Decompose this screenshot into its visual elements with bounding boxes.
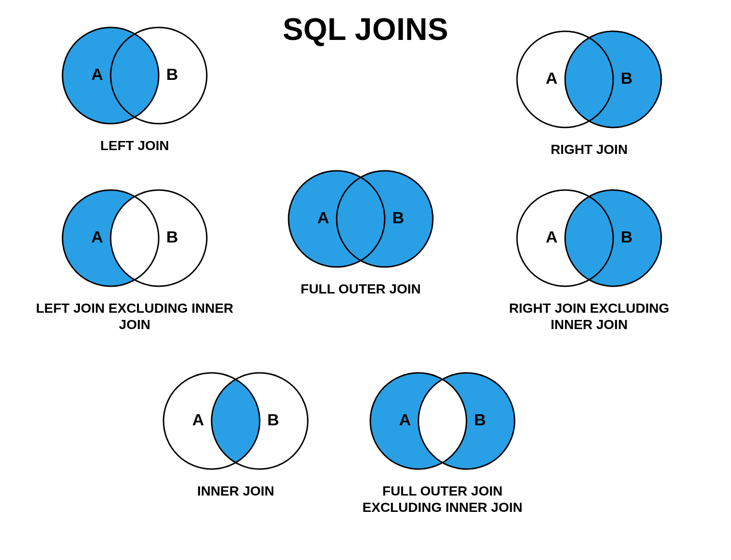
venn-label-b: B [621, 228, 633, 246]
venn-right-excl: A B RIGHT JOIN EXCLUDING INNER JOIN [483, 183, 695, 332]
sql-joins-diagram: SQL JOINS A B LEFT JOIN A [0, 0, 731, 560]
venn-right-join-svg: A B [498, 24, 681, 135]
venn-label-b: B [267, 410, 279, 429]
venn-right-excl-svg: A B [498, 183, 681, 293]
venn-inner-join-svg: A B [144, 366, 327, 476]
venn-label-a: A [192, 410, 204, 429]
caption-full-outer: FULL OUTER JOIN [301, 281, 421, 297]
caption-right-excl: RIGHT JOIN EXCLUDING INNER JOIN [488, 300, 690, 332]
venn-label-b: B [166, 65, 178, 83]
venn-left-join-svg: A B [43, 20, 226, 131]
venn-full-outer-excl: A B FULL OUTER JOIN EXCLUDING INNER JOIN [337, 366, 548, 515]
venn-label-a: A [91, 65, 103, 83]
venn-label-a: A [546, 228, 558, 246]
venn-full-outer-excl-svg: A B [351, 366, 534, 476]
venn-full-outer-svg: A B [269, 164, 452, 274]
venn-full-outer: A B FULL OUTER JOIN [255, 164, 466, 297]
venn-right-join: A B RIGHT JOIN [483, 24, 695, 158]
venn-label-a: A [399, 410, 411, 429]
caption-full-outer-excl: FULL OUTER JOIN EXCLUDING INNER JOIN [341, 483, 543, 515]
venn-left-excl: A B LEFT JOIN EXCLUDING INNER JOIN [29, 183, 240, 332]
caption-right-join: RIGHT JOIN [551, 141, 628, 158]
venn-label-b: B [474, 410, 486, 429]
caption-left-join: LEFT JOIN [100, 138, 169, 154]
caption-left-excl: LEFT JOIN EXCLUDING INNER JOIN [34, 300, 236, 332]
venn-label-a: A [317, 208, 329, 227]
venn-label-a: A [546, 69, 558, 87]
venn-label-b: B [621, 69, 633, 87]
venn-label-b: B [166, 228, 178, 246]
venn-inner-join: A B INNER JOIN [130, 366, 341, 499]
venn-label-b: B [392, 208, 404, 227]
caption-inner: INNER JOIN [197, 483, 274, 499]
venn-label-a: A [91, 228, 103, 246]
venn-left-join: A B LEFT JOIN [29, 20, 240, 154]
venn-left-excl-svg: A B [43, 183, 226, 293]
